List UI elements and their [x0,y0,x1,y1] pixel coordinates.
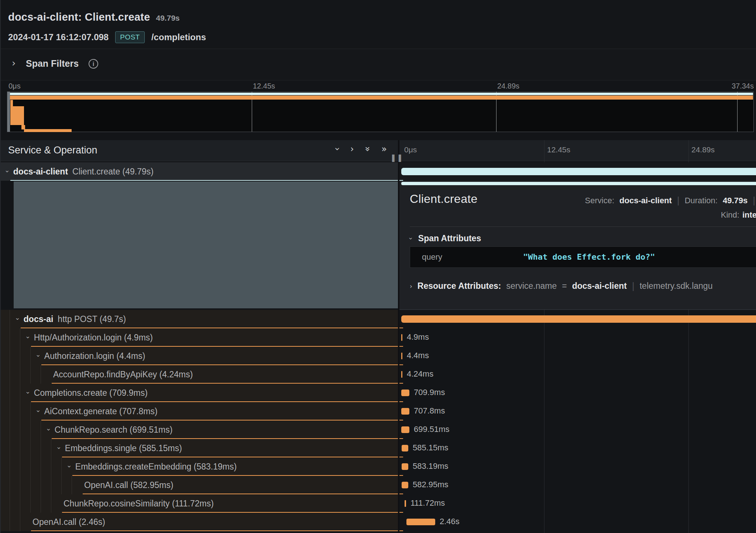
span-operation-name: AccountRepo.findByApiKey (4.24ms) [53,370,193,380]
span-row-text: ChunkRepo.cosineSimilarity (111.72ms) [58,494,214,513]
resource-attributes-row[interactable]: › Resource Attributes: service.name = do… [410,280,756,292]
span-duration-bar[interactable] [401,168,756,175]
span-row-text: ›Embeddings.createEmbedding (583.19ms) [68,457,237,476]
span-bar-row[interactable]: 707.8ms [399,402,756,420]
indent-guide-line [30,420,31,439]
chevron-down-icon[interactable]: › [24,336,32,339]
indent-guide-line [10,365,10,384]
chevron-down-icon[interactable]: › [66,465,73,468]
span-detail-panel: Client.create Service: docs-ai-client | … [399,181,756,310]
span-duration-bar[interactable] [401,390,409,396]
indent-guide-line [30,457,31,476]
span-bar-row[interactable]: 4.9ms [399,328,756,347]
span-duration-bar[interactable] [401,371,402,378]
expand-all-icon[interactable]: » [381,144,387,154]
info-icon[interactable]: i [89,59,98,69]
indent-guide-line [30,402,31,420]
span-row[interactable]: ›Authorization.login (4.4ms) [1,347,398,365]
detail-span-bar[interactable] [401,182,756,185]
span-row[interactable]: ›docs-aihttp POST (49.7s) [1,310,398,328]
collapse-one-icon[interactable]: › [332,147,343,151]
span-bar-row[interactable]: 111.72ms [399,494,756,513]
minimap-drag-handle[interactable] [7,92,10,132]
span-service-name: docs-ai-client [13,167,68,177]
indent-guide-line [30,439,31,457]
span-bar-row[interactable]: 583.19ms [399,457,756,476]
span-row[interactable]: OpenAI.call (582.95ms) [1,476,398,494]
span-row-root[interactable]: ›docs-ai-clientClient.create (49.79s) [1,162,398,181]
chevron-down-icon[interactable]: › [35,355,42,357]
span-duration-bar[interactable] [401,353,402,359]
span-bar-row[interactable]: 4.4ms [399,347,756,365]
minimap-span-bar [24,129,72,132]
span-row[interactable]: ›Embeddings.single (585.15ms) [1,439,398,457]
span-row[interactable]: ›Completions.create (709.9ms) [1,384,398,402]
chevron-down-icon[interactable]: › [407,237,415,240]
span-attributes-header[interactable]: › Span Attributes [410,233,481,243]
timeline-header: 0μs12.45s24.89s [399,140,756,161]
chevron-down-icon[interactable]: › [14,318,21,321]
span-duration-label: 4.24ms [407,369,433,379]
chevron-down-icon[interactable]: › [24,392,32,394]
span-duration-bar[interactable] [402,482,408,488]
chevron-down-icon[interactable]: › [4,170,11,173]
trace-minimap[interactable] [7,91,754,132]
span-duration-label: 2.46s [440,517,460,526]
span-duration-bar[interactable] [402,445,408,451]
span-row-text: ›docs-ai-clientClient.create (49.79s) [6,162,154,181]
chevron-down-icon[interactable]: › [55,447,63,450]
span-row-text: ›AiContext.generate (707.8ms) [37,402,158,420]
span-row-text: ›Completions.create (709.9ms) [27,384,148,402]
indent-guide-line [20,513,20,531]
indent-guide-line [10,384,10,402]
span-row-text: OpenAI.call (2.46s) [27,513,105,531]
expand-one-icon[interactable]: › [350,144,354,154]
span-bar-row[interactable]: 4.24ms [399,365,756,384]
span-bar-row[interactable] [399,310,756,328]
chevron-down-icon[interactable]: › [35,410,42,413]
span-operation-name: http POST (49.7s) [58,314,126,324]
trace-header: docs-ai-client: Client.create 49.79s 202… [1,0,756,49]
span-bar-row[interactable]: 582.95ms [399,476,756,494]
chevron-right-icon[interactable]: › [410,283,412,290]
span-bar-row[interactable]: 585.15ms [399,439,756,457]
resource-more: telemetry.sdk.langu [640,281,713,291]
span-duration-label: 707.8ms [414,406,445,416]
span-duration-bar[interactable] [401,408,409,415]
column-resizer[interactable] [398,140,399,533]
span-bar-row[interactable]: 2.46s [399,513,756,531]
span-duration-label: 583.19ms [413,461,449,471]
indent-guide-line [30,347,31,365]
span-row[interactable]: ›Http/Authorization.login (4.9ms) [1,328,398,347]
span-duration-bar[interactable] [401,334,402,341]
span-row[interactable]: ›ChunkRepo.search (699.51ms) [1,420,398,439]
span-filters-bar[interactable]: › Span Filters i [1,49,756,80]
span-duration-bar[interactable] [406,519,435,525]
indent-guide-line [41,476,41,494]
column-resizer-grip-icon[interactable]: ❚❚ [390,153,403,162]
span-row[interactable]: ›Embeddings.createEmbedding (583.19ms) [1,457,398,476]
span-duration-bar[interactable] [401,315,756,323]
indent-guide-line [10,420,10,439]
indent-guide-line [20,457,20,476]
span-row[interactable]: ChunkRepo.cosineSimilarity (111.72ms) [1,494,398,513]
span-operation-name: Embeddings.createEmbedding (583.19ms) [75,462,237,472]
span-bar-row[interactable]: 709.9ms [399,384,756,402]
span-duration-bar[interactable] [402,463,408,470]
span-row[interactable]: AccountRepo.findByApiKey (4.24ms) [1,365,398,384]
chevron-down-icon[interactable]: › [45,429,52,431]
detail-divider [410,226,756,227]
span-duration-bar[interactable] [405,500,406,507]
span-row-text: ›Embeddings.single (585.15ms) [58,439,182,457]
collapse-all-icon[interactable]: » [362,146,373,152]
span-duration-bar[interactable] [401,426,409,433]
minimap-span-bar [8,96,753,100]
span-operation-name: OpenAI.call (2.46s) [32,517,105,527]
minimap-tick-label: 0μs [8,82,21,90]
span-row[interactable]: OpenAI.call (2.46s) [1,513,398,531]
resource-value: docs-ai-client [572,281,627,291]
span-bar-row[interactable]: 699.51ms [399,420,756,439]
span-bar-row-root[interactable] [399,162,756,181]
span-row[interactable]: ›AiContext.generate (707.8ms) [1,402,398,420]
chevron-right-icon[interactable]: › [12,58,16,69]
